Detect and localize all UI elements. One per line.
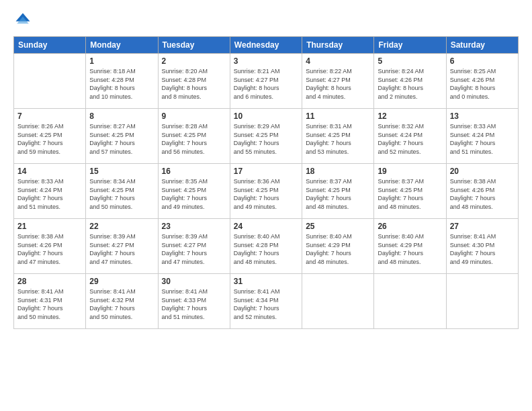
calendar-table: SundayMondayTuesdayWednesdayThursdayFrid… (13, 36, 519, 329)
calendar-cell: 14Sunrise: 8:33 AM Sunset: 4:24 PM Dayli… (14, 164, 86, 219)
calendar-cell: 2Sunrise: 8:20 AM Sunset: 4:28 PM Daylig… (158, 54, 230, 109)
day-info: Sunrise: 8:26 AM Sunset: 4:25 PM Dayligh… (17, 122, 82, 156)
calendar-cell: 13Sunrise: 8:33 AM Sunset: 4:24 PM Dayli… (446, 109, 518, 164)
day-number: 8 (89, 111, 154, 121)
day-number: 24 (234, 222, 298, 231)
calendar-cell (302, 274, 374, 329)
day-number: 18 (306, 167, 370, 176)
day-info: Sunrise: 8:40 AM Sunset: 4:29 PM Dayligh… (378, 232, 442, 266)
calendar-cell (374, 274, 446, 329)
calendar-cell: 29Sunrise: 8:41 AM Sunset: 4:32 PM Dayli… (86, 274, 158, 329)
day-number: 13 (450, 111, 515, 121)
day-number: 17 (234, 167, 298, 176)
day-info: Sunrise: 8:41 AM Sunset: 4:33 PM Dayligh… (162, 287, 226, 321)
calendar-cell: 7Sunrise: 8:26 AM Sunset: 4:25 PM Daylig… (14, 109, 86, 164)
calendar-cell: 26Sunrise: 8:40 AM Sunset: 4:29 PM Dayli… (374, 219, 446, 274)
day-number: 15 (89, 167, 154, 176)
day-info: Sunrise: 8:39 AM Sunset: 4:27 PM Dayligh… (162, 232, 226, 266)
day-number: 25 (306, 222, 370, 231)
logo-icon (13, 11, 32, 30)
calendar-week-3: 14Sunrise: 8:33 AM Sunset: 4:24 PM Dayli… (14, 164, 519, 219)
calendar-cell: 21Sunrise: 8:38 AM Sunset: 4:26 PM Dayli… (14, 219, 86, 274)
day-number: 6 (450, 56, 515, 66)
day-info: Sunrise: 8:34 AM Sunset: 4:25 PM Dayligh… (89, 177, 154, 211)
day-number: 19 (378, 167, 442, 176)
day-info: Sunrise: 8:41 AM Sunset: 4:31 PM Dayligh… (17, 287, 82, 321)
day-number: 11 (306, 111, 370, 121)
day-number: 14 (17, 167, 82, 176)
day-number: 27 (450, 222, 515, 231)
day-number: 16 (162, 167, 226, 176)
day-number: 10 (234, 111, 298, 121)
col-header-tuesday: Tuesday (158, 37, 230, 54)
calendar-cell (14, 54, 86, 109)
day-info: Sunrise: 8:32 AM Sunset: 4:24 PM Dayligh… (378, 122, 442, 156)
day-number: 7 (17, 111, 82, 121)
day-info: Sunrise: 8:41 AM Sunset: 4:34 PM Dayligh… (234, 287, 298, 321)
calendar-cell (446, 274, 518, 329)
calendar-cell: 22Sunrise: 8:39 AM Sunset: 4:27 PM Dayli… (86, 219, 158, 274)
day-info: Sunrise: 8:27 AM Sunset: 4:25 PM Dayligh… (89, 122, 154, 156)
calendar-cell: 11Sunrise: 8:31 AM Sunset: 4:25 PM Dayli… (302, 109, 374, 164)
day-info: Sunrise: 8:38 AM Sunset: 4:26 PM Dayligh… (450, 177, 515, 211)
day-number: 23 (162, 222, 226, 231)
day-info: Sunrise: 8:37 AM Sunset: 4:25 PM Dayligh… (378, 177, 442, 211)
calendar-cell: 10Sunrise: 8:29 AM Sunset: 4:25 PM Dayli… (230, 109, 302, 164)
calendar-header-row: SundayMondayTuesdayWednesdayThursdayFrid… (14, 37, 519, 54)
day-info: Sunrise: 8:28 AM Sunset: 4:25 PM Dayligh… (162, 122, 226, 156)
day-info: Sunrise: 8:41 AM Sunset: 4:32 PM Dayligh… (89, 287, 154, 321)
col-header-thursday: Thursday (302, 37, 374, 54)
day-number: 3 (234, 56, 298, 66)
day-number: 5 (378, 56, 442, 66)
day-number: 30 (162, 277, 226, 286)
day-number: 26 (378, 222, 442, 231)
day-number: 31 (234, 277, 298, 286)
calendar-cell: 17Sunrise: 8:36 AM Sunset: 4:25 PM Dayli… (230, 164, 302, 219)
day-info: Sunrise: 8:21 AM Sunset: 4:27 PM Dayligh… (234, 67, 298, 101)
calendar-cell: 1Sunrise: 8:18 AM Sunset: 4:28 PM Daylig… (86, 54, 158, 109)
day-info: Sunrise: 8:33 AM Sunset: 4:24 PM Dayligh… (450, 122, 515, 156)
calendar-cell: 15Sunrise: 8:34 AM Sunset: 4:25 PM Dayli… (86, 164, 158, 219)
day-info: Sunrise: 8:35 AM Sunset: 4:25 PM Dayligh… (162, 177, 226, 211)
calendar-cell: 9Sunrise: 8:28 AM Sunset: 4:25 PM Daylig… (158, 109, 230, 164)
col-header-sunday: Sunday (14, 37, 86, 54)
calendar-cell: 31Sunrise: 8:41 AM Sunset: 4:34 PM Dayli… (230, 274, 302, 329)
calendar-cell: 25Sunrise: 8:40 AM Sunset: 4:29 PM Dayli… (302, 219, 374, 274)
col-header-saturday: Saturday (446, 37, 518, 54)
calendar-cell: 16Sunrise: 8:35 AM Sunset: 4:25 PM Dayli… (158, 164, 230, 219)
calendar-cell: 8Sunrise: 8:27 AM Sunset: 4:25 PM Daylig… (86, 109, 158, 164)
calendar-cell: 20Sunrise: 8:38 AM Sunset: 4:26 PM Dayli… (446, 164, 518, 219)
calendar-week-2: 7Sunrise: 8:26 AM Sunset: 4:25 PM Daylig… (14, 109, 519, 164)
calendar-cell: 28Sunrise: 8:41 AM Sunset: 4:31 PM Dayli… (14, 274, 86, 329)
calendar-week-1: 1Sunrise: 8:18 AM Sunset: 4:28 PM Daylig… (14, 54, 519, 109)
calendar-cell: 5Sunrise: 8:24 AM Sunset: 4:26 PM Daylig… (374, 54, 446, 109)
day-number: 28 (17, 277, 82, 286)
header (13, 11, 519, 30)
calendar-cell: 24Sunrise: 8:40 AM Sunset: 4:28 PM Dayli… (230, 219, 302, 274)
day-info: Sunrise: 8:41 AM Sunset: 4:30 PM Dayligh… (450, 232, 515, 266)
col-header-friday: Friday (374, 37, 446, 54)
day-info: Sunrise: 8:25 AM Sunset: 4:26 PM Dayligh… (450, 67, 515, 101)
day-info: Sunrise: 8:24 AM Sunset: 4:26 PM Dayligh… (378, 67, 442, 101)
col-header-wednesday: Wednesday (230, 37, 302, 54)
calendar-cell: 4Sunrise: 8:22 AM Sunset: 4:27 PM Daylig… (302, 54, 374, 109)
day-number: 1 (89, 56, 154, 66)
calendar-cell: 18Sunrise: 8:37 AM Sunset: 4:25 PM Dayli… (302, 164, 374, 219)
day-info: Sunrise: 8:33 AM Sunset: 4:24 PM Dayligh… (17, 177, 82, 211)
calendar-cell: 3Sunrise: 8:21 AM Sunset: 4:27 PM Daylig… (230, 54, 302, 109)
calendar-cell: 27Sunrise: 8:41 AM Sunset: 4:30 PM Dayli… (446, 219, 518, 274)
day-info: Sunrise: 8:20 AM Sunset: 4:28 PM Dayligh… (162, 67, 226, 101)
day-info: Sunrise: 8:36 AM Sunset: 4:25 PM Dayligh… (234, 177, 298, 211)
page: SundayMondayTuesdayWednesdayThursdayFrid… (0, 0, 532, 411)
calendar-cell: 6Sunrise: 8:25 AM Sunset: 4:26 PM Daylig… (446, 54, 518, 109)
day-info: Sunrise: 8:22 AM Sunset: 4:27 PM Dayligh… (306, 67, 370, 101)
day-number: 21 (17, 222, 82, 231)
day-number: 12 (378, 111, 442, 121)
calendar-cell: 19Sunrise: 8:37 AM Sunset: 4:25 PM Dayli… (374, 164, 446, 219)
day-number: 4 (306, 56, 370, 66)
day-info: Sunrise: 8:40 AM Sunset: 4:29 PM Dayligh… (306, 232, 370, 266)
day-info: Sunrise: 8:18 AM Sunset: 4:28 PM Dayligh… (89, 67, 154, 101)
calendar-cell: 30Sunrise: 8:41 AM Sunset: 4:33 PM Dayli… (158, 274, 230, 329)
calendar-cell: 23Sunrise: 8:39 AM Sunset: 4:27 PM Dayli… (158, 219, 230, 274)
day-number: 22 (89, 222, 154, 231)
